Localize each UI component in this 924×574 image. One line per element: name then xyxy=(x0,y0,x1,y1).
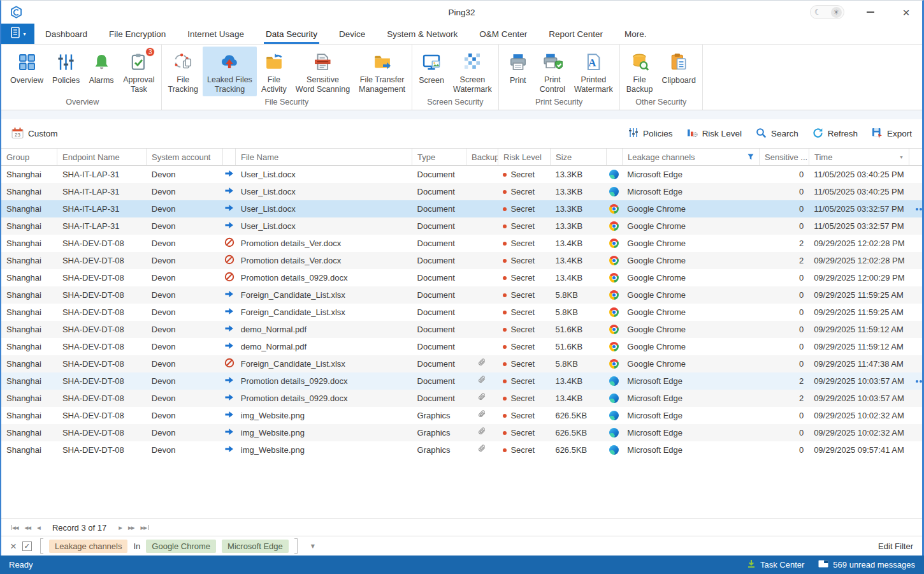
close-icon: × xyxy=(902,6,909,18)
filter-field-chip[interactable]: Leakage channels xyxy=(49,540,128,553)
column-header-leakage-channels[interactable]: Leakage channels xyxy=(623,149,760,165)
table-row[interactable]: ShanghaiSHA-DEV-DT-08DevonPromotion deta… xyxy=(1,252,922,269)
table-row[interactable]: ShanghaiSHA-DEV-DT-08Devondemo_Normal.pd… xyxy=(1,321,922,338)
table-row[interactable]: ShanghaiSHA-DEV-DT-08Devonimg_Website.pn… xyxy=(1,407,922,424)
column-header-icon-13[interactable] xyxy=(909,149,922,165)
menu-item-report-center[interactable]: Report Center xyxy=(538,24,614,44)
minimize-button[interactable] xyxy=(861,4,880,20)
column-dropdown-icon[interactable]: ▼ xyxy=(899,155,904,159)
pager-next-page-button[interactable]: ▶▶ xyxy=(125,525,138,531)
column-header-risk-level[interactable]: Risk Level xyxy=(498,149,551,165)
app-menu-button[interactable]: ▾ xyxy=(1,24,34,44)
search-button[interactable]: Search xyxy=(756,128,798,140)
table-row[interactable]: ShanghaiSHA-IT-LAP-31DevonUser_List.docx… xyxy=(1,200,922,217)
cell-group: Shanghai xyxy=(1,390,57,407)
ribbon-button-leaked-files-tracking[interactable]: Leaked FilesTracking xyxy=(203,47,257,96)
filter-value-chip[interactable]: Microsoft Edge xyxy=(222,540,289,553)
ribbon-button-screen-watermark[interactable]: ScreenWatermark xyxy=(449,47,496,96)
menu-item-dashboard[interactable]: Dashboard xyxy=(34,24,98,44)
close-button[interactable]: × xyxy=(897,4,916,20)
filter-dropdown-icon[interactable]: ▼ xyxy=(311,543,315,549)
table-row[interactable]: ShanghaiSHA-DEV-DT-08DevonPromotion deta… xyxy=(1,372,922,390)
column-header-time[interactable]: Time▼ xyxy=(809,149,909,165)
column-header-size[interactable]: Size xyxy=(551,149,607,165)
table-row[interactable]: ShanghaiSHA-IT-LAP-31DevonUser_List.docx… xyxy=(1,166,922,183)
row-more-button[interactable] xyxy=(914,208,922,210)
menu-item-file-encryption[interactable]: File Encryption xyxy=(98,24,177,44)
table-row[interactable]: ShanghaiSHA-DEV-DT-08DevonForeign_Candid… xyxy=(1,286,922,304)
ribbon-button-alarms[interactable]: Alarms xyxy=(84,47,119,96)
refresh-button[interactable]: Refresh xyxy=(812,128,858,140)
column-header-endpoint-name[interactable]: Endpoint Name xyxy=(57,149,147,165)
column-header-sensitive[interactable]: Sensitive ... xyxy=(760,149,809,165)
ribbon-button-policies[interactable]: Policies xyxy=(48,47,84,96)
cell-channel: Google Chrome xyxy=(622,355,759,372)
pager-first-button[interactable]: ◀◀ xyxy=(6,525,22,531)
menu-item-internet-usage[interactable]: Internet Usage xyxy=(177,24,255,44)
table-row[interactable]: ShanghaiSHA-IT-LAP-31DevonUser_List.docx… xyxy=(1,217,922,235)
table-row[interactable]: ShanghaiSHA-DEV-DT-08Devonimg_Website.pn… xyxy=(1,441,922,459)
menu-item-data-security[interactable]: Data Security xyxy=(255,24,328,44)
clear-filter-icon[interactable]: × xyxy=(10,541,17,552)
table-row[interactable]: ShanghaiSHA-DEV-DT-08DevonPromotion deta… xyxy=(1,235,922,252)
ribbon-button-sensitive-word-scanning[interactable]: SensitiveWord Scanning xyxy=(291,47,354,96)
ribbon-button-printed-watermark[interactable]: APrintedWatermark xyxy=(570,47,617,96)
table-row[interactable]: ShanghaiSHA-IT-LAP-31DevonUser_List.docx… xyxy=(1,183,922,200)
ribbon-button-print-control[interactable]: PrintControl xyxy=(535,47,570,96)
pager-next-button[interactable]: ▶ xyxy=(115,525,125,531)
filter-funnel-icon[interactable] xyxy=(747,154,754,160)
sun-icon[interactable]: ☀ xyxy=(831,7,842,18)
table-row[interactable]: ShanghaiSHA-DEV-DT-08Devondemo_Normal.pd… xyxy=(1,338,922,355)
moon-icon[interactable]: ☾ xyxy=(812,8,821,16)
pager-prev-button[interactable]: ◀ xyxy=(34,525,43,531)
ribbon-button-file-tracking[interactable]: FileTracking xyxy=(164,47,203,96)
column-header-backup[interactable]: Backup xyxy=(466,149,498,165)
ribbon: OverviewPoliciesAlarms3ApprovalTaskOverv… xyxy=(1,45,922,110)
menu-item-system-network[interactable]: System & Network xyxy=(376,24,468,44)
custom-date-range-button[interactable]: 23 Custom xyxy=(11,127,58,141)
cell-size: 5.8KB xyxy=(550,286,606,304)
cell-more xyxy=(909,407,922,424)
task-center-button[interactable]: Task Center xyxy=(747,559,804,570)
table-row[interactable]: ShanghaiSHA-DEV-DT-08DevonForeign_Candid… xyxy=(1,304,922,321)
theme-toggle[interactable]: ☾ ☀ xyxy=(810,5,844,19)
ribbon-button-approval-task[interactable]: 3ApprovalTask xyxy=(119,47,159,96)
table-row[interactable]: ShanghaiSHA-DEV-DT-08DevonPromotion deta… xyxy=(1,390,922,407)
ribbon-button-print[interactable]: Print xyxy=(501,47,535,96)
row-more-button[interactable] xyxy=(914,380,922,383)
menu-item-more[interactable]: More. xyxy=(614,24,658,44)
filter-value-chip[interactable]: Google Chrome xyxy=(146,540,216,553)
edit-filter-button[interactable]: Edit Filter xyxy=(878,541,913,551)
pager-last-button[interactable]: ▶▶ xyxy=(137,525,152,531)
titlebar: Ping32 ☾ ☀ × xyxy=(1,1,922,24)
unread-messages-button[interactable]: 569 unread messages xyxy=(818,560,915,570)
cell-file_icon xyxy=(223,200,236,217)
export-button[interactable]: Export xyxy=(872,128,912,140)
column-header-icon-9[interactable] xyxy=(607,149,623,165)
ribbon-button-overview[interactable]: Overview xyxy=(6,47,48,96)
table-row[interactable]: ShanghaiSHA-DEV-DT-08Devonimg_Website.pn… xyxy=(1,424,922,441)
column-header-file-name[interactable]: File Name xyxy=(236,149,412,165)
table-row[interactable]: ShanghaiSHA-DEV-DT-08DevonForeign_Candid… xyxy=(1,355,922,372)
cell-size: 5.8KB xyxy=(550,304,606,321)
ribbon-button-clipboard[interactable]: Clipboard xyxy=(657,47,700,96)
cell-endpoint: SHA-DEV-DT-08 xyxy=(57,390,147,407)
ribbon-button-file-backup[interactable]: FileBackup xyxy=(622,47,658,96)
column-header-icon-3[interactable] xyxy=(223,149,236,165)
table-row[interactable]: ShanghaiSHA-DEV-DT-08DevonPromotion deta… xyxy=(1,269,922,286)
menu-item-o-m-center[interactable]: O&M Center xyxy=(468,24,538,44)
column-header-system-account[interactable]: System account xyxy=(147,149,223,165)
risk-level-button[interactable]: Risk Level xyxy=(687,128,742,140)
column-header-group[interactable]: Group xyxy=(1,149,57,165)
policies-button[interactable]: Policies xyxy=(628,128,673,140)
ribbon-button-screen[interactable]: Screen xyxy=(414,47,449,96)
filter-enabled-checkbox[interactable]: ✓ xyxy=(22,541,32,551)
ribbon-button-file-activity[interactable]: FileActivity xyxy=(257,47,291,96)
cell-backup xyxy=(466,321,498,338)
menu-item-device[interactable]: Device xyxy=(328,24,376,44)
ribbon-button-file-transfer-management[interactable]: File TransferManagement xyxy=(354,47,410,96)
pager-prev-page-button[interactable]: ◀◀ xyxy=(22,525,34,531)
cell-size: 5.8KB xyxy=(550,355,606,372)
cell-channel: Microsoft Edge xyxy=(622,166,759,183)
column-header-type[interactable]: Type xyxy=(412,149,466,165)
